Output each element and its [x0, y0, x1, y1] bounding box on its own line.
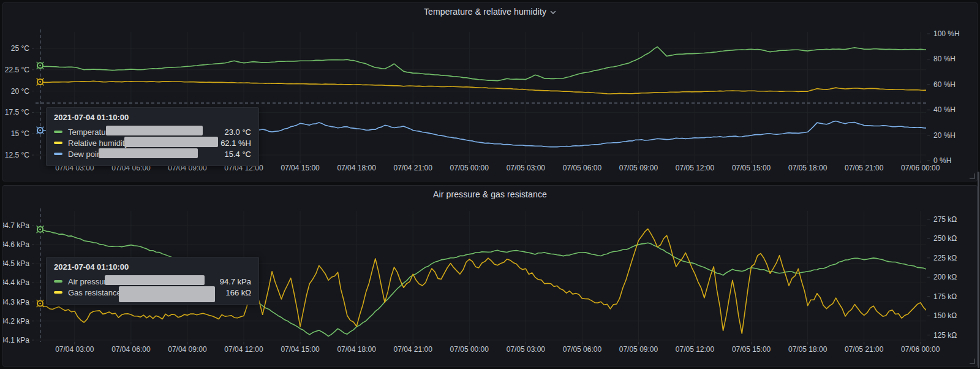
y-axis-left-label: 15 °C — [11, 129, 29, 138]
tooltip-value: 94.7 kPa — [220, 277, 251, 286]
y-axis-left-label: 94.1 kPa — [3, 336, 29, 344]
y-axis-left-label: 94.6 kPa — [3, 240, 29, 249]
panel-resize-handle[interactable] — [970, 173, 975, 179]
tooltip-value: 62.1 %H — [221, 139, 251, 148]
y-axis-right-label: 125 kΩ — [933, 331, 957, 340]
tooltip-timestamp: 2021-07-04 01:10:00 — [54, 262, 251, 272]
x-tick-label: 07/05 00:00 — [450, 345, 489, 354]
series-color-swatch — [54, 131, 62, 133]
y-axis-left-label: 22.5 °C — [5, 66, 29, 74]
x-tick-label: 07/05 06:00 — [563, 164, 602, 172]
x-tick-label: 07/05 00:00 — [450, 164, 489, 172]
panel-resize-handle[interactable] — [970, 359, 975, 364]
shared-tooltip: 2021-07-04 01:10:00Temperature23.0 °CRel… — [46, 107, 259, 166]
x-tick-label: 07/05 12:00 — [676, 345, 715, 354]
panel-pressure-gas: Air pressure & gas resistance 07/04 03:0… — [2, 185, 978, 367]
x-tick-label: 07/05 12:00 — [676, 164, 715, 172]
y-axis-left-label: 94.3 kPa — [3, 298, 29, 306]
x-tick-label: 07/05 18:00 — [788, 164, 827, 172]
y-axis-right-label: 275 kΩ — [933, 215, 957, 224]
x-tick-label: 07/05 21:00 — [845, 164, 884, 172]
series-color-swatch — [54, 142, 62, 144]
y-axis-left-label: 25 °C — [11, 44, 29, 53]
x-tick-label: 07/05 15:00 — [732, 164, 771, 172]
redacted-text — [106, 126, 203, 135]
page-scrollbar-thumb[interactable] — [978, 172, 979, 368]
hover-marker — [37, 62, 44, 69]
tooltip-series-label: Gas resistance — [68, 288, 121, 297]
y-axis-right-label: 150 kΩ — [933, 311, 957, 320]
y-axis-left-label: 94.4 kPa — [3, 278, 29, 287]
x-tick-label: 07/04 18:00 — [337, 345, 376, 354]
y-axis-right-label: 40 %H — [933, 105, 956, 114]
hover-marker — [37, 226, 44, 233]
y-axis-right-label: 60 %H — [933, 80, 956, 89]
series-line-relative-humidity — [37, 81, 930, 94]
x-tick-label: 07/04 03:00 — [55, 345, 94, 354]
grafana-dashboard: Temperature & relative humidity 07/04 03… — [0, 0, 980, 369]
y-axis-right-label: 225 kΩ — [933, 254, 957, 262]
x-tick-label: 07/04 06:00 — [111, 345, 151, 354]
y-axis-right-label: 175 kΩ — [933, 292, 957, 301]
panel-header[interactable]: Temperature & relative humidity — [3, 3, 977, 20]
panel-title: Air pressure & gas resistance — [433, 189, 547, 199]
panel-header[interactable]: Air pressure & gas resistance — [3, 186, 977, 203]
x-tick-label: 07/04 21:00 — [394, 345, 433, 354]
y-axis-left-label: 94.5 kPa — [3, 259, 29, 268]
y-axis-right-label: 100 %H — [933, 29, 960, 38]
hover-marker — [37, 78, 44, 86]
series-color-swatch — [54, 153, 62, 155]
y-axis-right-label: 80 %H — [933, 55, 956, 63]
x-tick-label: 07/05 15:00 — [732, 345, 771, 354]
x-tick-label: 07/05 09:00 — [619, 164, 658, 172]
y-axis-right-label: 200 kΩ — [933, 273, 957, 281]
y-axis-right-label: 20 %H — [933, 131, 956, 140]
hover-marker — [37, 127, 44, 134]
redacted-text — [105, 275, 205, 285]
tooltip-series-label: Relative humidity — [68, 139, 129, 148]
x-tick-label: 07/05 18:00 — [788, 345, 827, 354]
x-tick-label: 07/06 00:00 — [901, 164, 940, 172]
x-tick-label: 07/06 00:00 — [901, 345, 940, 354]
series-line-temperature — [37, 47, 930, 80]
y-axis-left-label: 20 °C — [11, 87, 29, 96]
redacted-text — [99, 148, 198, 158]
tooltip-value: 166 kΩ — [225, 288, 251, 297]
shared-tooltip: 2021-07-04 01:10:00Air pressure94.7 kPaG… — [46, 257, 259, 305]
y-axis-left-label: 12.5 °C — [5, 151, 29, 159]
hover-marker — [37, 300, 44, 307]
x-tick-label: 07/05 06:00 — [563, 345, 602, 354]
tooltip-value: 23.0 °C — [224, 127, 251, 137]
x-tick-label: 07/05 03:00 — [507, 164, 546, 172]
redacted-text — [124, 137, 218, 147]
tooltip-timestamp: 2021-07-04 01:10:00 — [54, 113, 251, 122]
y-axis-right-label: 250 kΩ — [933, 234, 957, 243]
y-axis-left-label: 94.7 kPa — [3, 221, 29, 230]
x-tick-label: 07/04 21:00 — [394, 164, 433, 172]
series-color-swatch — [54, 280, 62, 283]
x-tick-label: 07/05 03:00 — [507, 345, 546, 354]
x-tick-label: 07/05 09:00 — [619, 345, 658, 354]
series-color-swatch — [54, 291, 62, 294]
panel-temperature-humidity: Temperature & relative humidity 07/04 03… — [2, 2, 978, 181]
x-tick-label: 07/04 09:00 — [168, 345, 207, 354]
chevron-down-icon[interactable] — [550, 10, 556, 15]
panel-title: Temperature & relative humidity — [424, 7, 546, 17]
x-tick-label: 07/04 18:00 — [337, 164, 376, 172]
y-axis-right-label: 0 %H — [933, 156, 951, 165]
x-tick-label: 07/04 12:00 — [224, 345, 263, 354]
y-axis-left-label: 94.2 kPa — [3, 317, 29, 325]
redacted-text — [119, 286, 215, 302]
x-tick-label: 07/04 15:00 — [281, 345, 320, 354]
y-axis-left-label: 17.5 °C — [5, 108, 29, 116]
tooltip-value: 15.4 °C — [224, 150, 251, 159]
x-tick-label: 07/05 21:00 — [845, 345, 884, 354]
x-tick-label: 07/04 15:00 — [281, 164, 320, 172]
